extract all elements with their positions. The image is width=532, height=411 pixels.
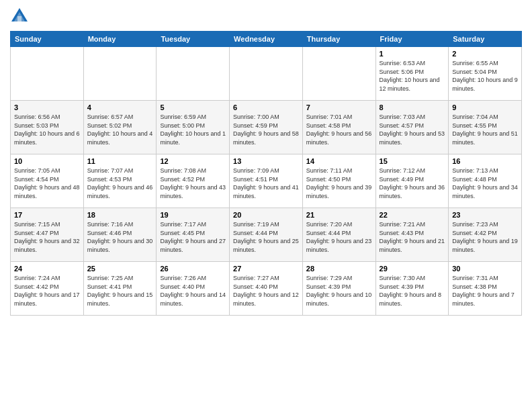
day-info: Sunrise: 7:23 AM Sunset: 4:42 PM Dayligh…	[452, 220, 518, 254]
day-number: 7	[306, 103, 372, 111]
calendar-day-cell: 27Sunrise: 7:27 AM Sunset: 4:40 PM Dayli…	[230, 262, 303, 316]
calendar-day-cell: 4Sunrise: 6:57 AM Sunset: 5:02 PM Daylig…	[83, 101, 157, 154]
calendar-day-cell: 12Sunrise: 7:08 AM Sunset: 4:52 PM Dayli…	[157, 154, 230, 208]
calendar-day-cell: 14Sunrise: 7:11 AM Sunset: 4:50 PM Dayli…	[302, 154, 375, 208]
page-header	[10, 7, 522, 26]
day-number: 5	[160, 103, 226, 111]
day-info: Sunrise: 7:05 AM Sunset: 4:54 PM Dayligh…	[14, 167, 80, 200]
day-number: 25	[87, 265, 153, 273]
day-number: 21	[306, 211, 372, 219]
calendar-day-cell: 22Sunrise: 7:21 AM Sunset: 4:43 PM Dayli…	[375, 208, 449, 262]
day-info: Sunrise: 7:26 AM Sunset: 4:40 PM Dayligh…	[160, 274, 226, 308]
calendar-day-cell: 20Sunrise: 7:19 AM Sunset: 4:44 PM Dayli…	[230, 208, 303, 262]
calendar-day-cell: 17Sunrise: 7:15 AM Sunset: 4:47 PM Dayli…	[11, 208, 84, 262]
calendar-day-cell: 26Sunrise: 7:26 AM Sunset: 4:40 PM Dayli…	[157, 262, 230, 316]
day-number: 22	[380, 211, 445, 219]
calendar-table: SundayMondayTuesdayWednesdayThursdayFrid…	[10, 31, 522, 316]
day-number: 12	[160, 157, 226, 165]
day-number: 8	[380, 103, 445, 111]
calendar-day-cell: 9Sunrise: 7:04 AM Sunset: 4:55 PM Daylig…	[449, 101, 522, 154]
logo	[10, 7, 32, 26]
day-number: 23	[452, 211, 518, 219]
calendar-day-cell: 3Sunrise: 6:56 AM Sunset: 5:03 PM Daylig…	[11, 101, 84, 154]
calendar-day-cell: 16Sunrise: 7:13 AM Sunset: 4:48 PM Dayli…	[449, 154, 522, 208]
day-number: 19	[160, 211, 226, 219]
calendar-page: SundayMondayTuesdayWednesdayThursdayFrid…	[0, 0, 532, 411]
weekday-header-thursday: Thursday	[302, 32, 375, 47]
day-number: 4	[87, 103, 153, 111]
day-info: Sunrise: 7:11 AM Sunset: 4:50 PM Dayligh…	[306, 167, 372, 200]
day-info: Sunrise: 7:24 AM Sunset: 4:42 PM Dayligh…	[14, 274, 80, 308]
day-number: 26	[160, 265, 226, 273]
day-number: 10	[14, 157, 80, 165]
day-number: 16	[452, 157, 518, 165]
calendar-day-cell: 1Sunrise: 6:53 AM Sunset: 5:06 PM Daylig…	[375, 47, 449, 101]
day-number: 28	[306, 265, 372, 273]
calendar-week-row: 1Sunrise: 6:53 AM Sunset: 5:06 PM Daylig…	[11, 47, 522, 101]
calendar-day-cell: 30Sunrise: 7:31 AM Sunset: 4:38 PM Dayli…	[449, 262, 522, 316]
day-number: 24	[14, 265, 80, 273]
day-number: 27	[233, 265, 299, 273]
calendar-day-cell	[83, 47, 157, 101]
day-number: 15	[380, 157, 445, 165]
day-info: Sunrise: 7:29 AM Sunset: 4:39 PM Dayligh…	[306, 274, 372, 308]
calendar-header-row: SundayMondayTuesdayWednesdayThursdayFrid…	[11, 32, 522, 47]
calendar-day-cell: 13Sunrise: 7:09 AM Sunset: 4:51 PM Dayli…	[230, 154, 303, 208]
day-number: 20	[233, 211, 299, 219]
day-number: 30	[452, 265, 518, 273]
day-info: Sunrise: 7:21 AM Sunset: 4:43 PM Dayligh…	[380, 220, 445, 254]
day-info: Sunrise: 7:20 AM Sunset: 4:44 PM Dayligh…	[306, 220, 372, 254]
calendar-day-cell: 11Sunrise: 7:07 AM Sunset: 4:53 PM Dayli…	[83, 154, 157, 208]
calendar-day-cell: 2Sunrise: 6:55 AM Sunset: 5:04 PM Daylig…	[449, 47, 522, 101]
calendar-week-row: 17Sunrise: 7:15 AM Sunset: 4:47 PM Dayli…	[11, 208, 522, 262]
calendar-day-cell	[302, 47, 375, 101]
day-info: Sunrise: 7:27 AM Sunset: 4:40 PM Dayligh…	[233, 274, 299, 308]
calendar-day-cell: 7Sunrise: 7:01 AM Sunset: 4:58 PM Daylig…	[302, 101, 375, 154]
calendar-week-row: 3Sunrise: 6:56 AM Sunset: 5:03 PM Daylig…	[11, 101, 522, 154]
day-info: Sunrise: 6:56 AM Sunset: 5:03 PM Dayligh…	[14, 113, 80, 146]
day-number: 13	[233, 157, 299, 165]
day-info: Sunrise: 6:53 AM Sunset: 5:06 PM Dayligh…	[380, 59, 445, 93]
calendar-day-cell	[230, 47, 303, 101]
calendar-day-cell: 25Sunrise: 7:25 AM Sunset: 4:41 PM Dayli…	[83, 262, 157, 316]
weekday-header-sunday: Sunday	[11, 32, 84, 47]
day-info: Sunrise: 7:13 AM Sunset: 4:48 PM Dayligh…	[452, 167, 518, 200]
calendar-day-cell: 21Sunrise: 7:20 AM Sunset: 4:44 PM Dayli…	[302, 208, 375, 262]
day-number: 9	[452, 103, 518, 111]
day-info: Sunrise: 7:07 AM Sunset: 4:53 PM Dayligh…	[87, 167, 153, 200]
calendar-day-cell: 8Sunrise: 7:03 AM Sunset: 4:57 PM Daylig…	[375, 101, 449, 154]
svg-rect-2	[17, 16, 21, 21]
day-info: Sunrise: 7:19 AM Sunset: 4:44 PM Dayligh…	[233, 220, 299, 254]
day-number: 14	[306, 157, 372, 165]
calendar-week-row: 24Sunrise: 7:24 AM Sunset: 4:42 PM Dayli…	[11, 262, 522, 316]
day-info: Sunrise: 7:04 AM Sunset: 4:55 PM Dayligh…	[452, 113, 518, 146]
day-number: 2	[452, 50, 518, 58]
day-info: Sunrise: 7:25 AM Sunset: 4:41 PM Dayligh…	[87, 274, 153, 308]
day-info: Sunrise: 6:55 AM Sunset: 5:04 PM Dayligh…	[452, 59, 518, 93]
day-info: Sunrise: 7:16 AM Sunset: 4:46 PM Dayligh…	[87, 220, 153, 254]
day-number: 6	[233, 103, 299, 111]
day-number: 3	[14, 103, 80, 111]
calendar-day-cell: 24Sunrise: 7:24 AM Sunset: 4:42 PM Dayli…	[11, 262, 84, 316]
day-number: 18	[87, 211, 153, 219]
calendar-day-cell: 29Sunrise: 7:30 AM Sunset: 4:39 PM Dayli…	[375, 262, 449, 316]
day-info: Sunrise: 7:09 AM Sunset: 4:51 PM Dayligh…	[233, 167, 299, 200]
day-info: Sunrise: 7:12 AM Sunset: 4:49 PM Dayligh…	[380, 167, 445, 200]
day-info: Sunrise: 7:08 AM Sunset: 4:52 PM Dayligh…	[160, 167, 226, 200]
logo-icon	[10, 7, 29, 26]
day-number: 1	[380, 50, 445, 58]
weekday-header-saturday: Saturday	[449, 32, 522, 47]
calendar-day-cell: 6Sunrise: 7:00 AM Sunset: 4:59 PM Daylig…	[230, 101, 303, 154]
calendar-week-row: 10Sunrise: 7:05 AM Sunset: 4:54 PM Dayli…	[11, 154, 522, 208]
weekday-header-friday: Friday	[375, 32, 449, 47]
weekday-header-tuesday: Tuesday	[157, 32, 230, 47]
day-info: Sunrise: 7:30 AM Sunset: 4:39 PM Dayligh…	[380, 274, 445, 308]
day-info: Sunrise: 7:31 AM Sunset: 4:38 PM Dayligh…	[452, 274, 518, 308]
weekday-header-monday: Monday	[83, 32, 157, 47]
calendar-day-cell: 5Sunrise: 6:59 AM Sunset: 5:00 PM Daylig…	[157, 101, 230, 154]
weekday-header-wednesday: Wednesday	[230, 32, 303, 47]
calendar-day-cell: 28Sunrise: 7:29 AM Sunset: 4:39 PM Dayli…	[302, 262, 375, 316]
day-info: Sunrise: 6:57 AM Sunset: 5:02 PM Dayligh…	[87, 113, 153, 146]
day-info: Sunrise: 6:59 AM Sunset: 5:00 PM Dayligh…	[160, 113, 226, 146]
day-number: 11	[87, 157, 153, 165]
